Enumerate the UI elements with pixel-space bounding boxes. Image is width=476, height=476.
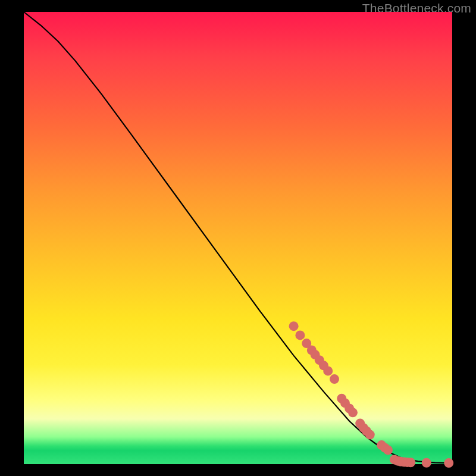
data-marker: [348, 408, 358, 417]
data-marker: [444, 458, 453, 468]
chart-container: TheBottleneck.com: [0, 0, 476, 476]
data-marker: [383, 445, 393, 455]
data-marker: [295, 330, 305, 340]
data-marker: [330, 374, 339, 384]
data-marker: [406, 458, 415, 467]
data-marker: [422, 458, 431, 468]
data-marker: [289, 321, 299, 331]
data-marker: [365, 430, 375, 440]
chart-svg: [24, 12, 452, 464]
data-markers: [289, 321, 454, 468]
data-marker: [323, 366, 333, 375]
curve-line: [24, 12, 452, 463]
plot-area: [24, 12, 452, 464]
